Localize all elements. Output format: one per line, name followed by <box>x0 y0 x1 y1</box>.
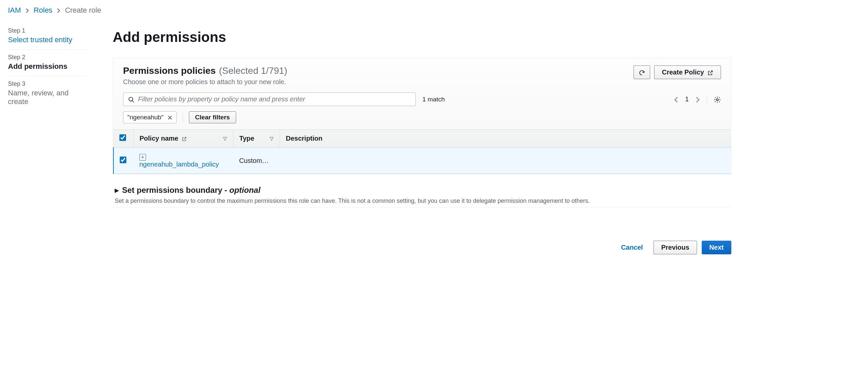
refresh-icon <box>639 68 645 76</box>
svg-point-0 <box>129 97 133 101</box>
step-label: Step 2 <box>8 54 88 61</box>
filter-chip: "ngeneahub" <box>123 112 177 123</box>
col-type: Type <box>240 135 254 142</box>
chevron-right-icon <box>57 6 60 14</box>
step-title[interactable]: Select trusted entity <box>8 36 88 44</box>
refresh-button[interactable] <box>633 65 650 79</box>
filter-chip-text: "ngeneahub" <box>127 114 164 121</box>
footer-actions: Cancel Previous Next <box>113 241 731 254</box>
chevron-right-icon <box>26 6 29 14</box>
policy-filter-input[interactable] <box>138 95 411 103</box>
external-link-icon <box>707 68 713 76</box>
clear-filters-button[interactable]: Clear filters <box>189 112 237 123</box>
policy-type: Custom… <box>233 148 280 174</box>
col-description: Description <box>286 135 322 142</box>
step-title: Add permissions <box>8 62 88 71</box>
page-number: 1 <box>685 95 689 103</box>
panel-subtitle: Choose one or more policies to attach to… <box>123 78 287 86</box>
remove-chip-button[interactable] <box>167 114 172 121</box>
expand-row-button[interactable]: + <box>140 154 146 161</box>
page-title: Add permissions <box>113 29 731 45</box>
step-3: Step 3 Name, review, and create <box>8 76 88 112</box>
panel-heading: Permissions policies <box>123 65 216 76</box>
match-count: 1 match <box>422 96 445 103</box>
settings-button[interactable] <box>714 95 721 104</box>
policies-table: Policy name ▽ Type ▽ <box>113 129 731 174</box>
svg-point-2 <box>716 99 718 101</box>
previous-button[interactable]: Previous <box>653 241 697 254</box>
step-title: Name, review, and create <box>8 89 88 106</box>
col-policy-name: Policy name <box>140 135 179 142</box>
create-policy-button[interactable]: Create Policy <box>654 65 721 79</box>
divider <box>707 95 707 104</box>
external-link-icon <box>182 135 187 142</box>
page-next-button[interactable] <box>695 95 700 104</box>
divider <box>183 113 183 122</box>
step-label: Step 3 <box>8 81 88 88</box>
sort-icon[interactable]: ▽ <box>223 136 227 141</box>
policy-description <box>280 148 731 174</box>
table-row[interactable]: + ngeneahub_lambda_policy Custom… <box>114 148 731 174</box>
sort-icon[interactable]: ▽ <box>270 136 274 141</box>
step-label: Step 1 <box>8 27 88 34</box>
search-input-container[interactable] <box>123 92 416 106</box>
step-1[interactable]: Step 1 Select trusted entity <box>8 23 88 50</box>
create-policy-label: Create Policy <box>662 68 704 76</box>
step-2: Step 2 Add permissions <box>8 50 88 76</box>
breadcrumb: IAM Roles Create role <box>8 5 113 21</box>
selected-count: (Selected 1/791) <box>219 65 287 76</box>
boundary-description: Set a permissions boundary to control th… <box>115 197 729 204</box>
permissions-boundary-section: ▶ Set permissions boundary - optional Se… <box>113 177 731 208</box>
row-checkbox[interactable] <box>120 157 126 163</box>
select-all-checkbox[interactable] <box>119 134 126 141</box>
permissions-policies-panel: Permissions policies (Selected 1/791) Ch… <box>113 58 731 174</box>
triangle-right-icon: ▶ <box>115 187 119 193</box>
breadcrumb-iam[interactable]: IAM <box>8 6 21 14</box>
search-icon <box>128 95 135 103</box>
cancel-button[interactable]: Cancel <box>615 241 649 254</box>
breadcrumb-current: Create role <box>65 6 101 14</box>
next-button[interactable]: Next <box>702 241 731 254</box>
permissions-boundary-toggle[interactable]: ▶ Set permissions boundary - optional <box>115 186 729 195</box>
page-prev-button[interactable] <box>674 95 678 104</box>
breadcrumb-roles[interactable]: Roles <box>34 6 52 14</box>
boundary-heading: Set permissions boundary - optional <box>122 186 260 195</box>
svg-line-1 <box>132 100 134 102</box>
policy-name-link[interactable]: ngeneahub_lambda_policy <box>140 161 219 168</box>
